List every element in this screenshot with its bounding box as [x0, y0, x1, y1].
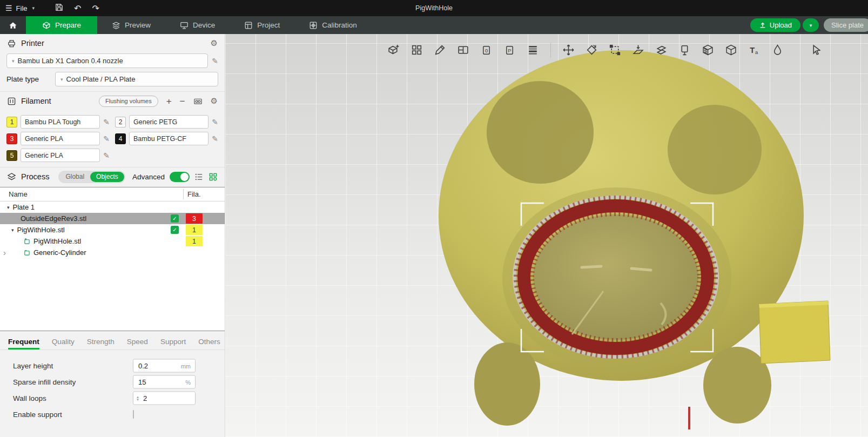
tree-row-part[interactable]: Generic-Cylinder [0, 247, 225, 258]
enable-support-checkbox[interactable] [133, 410, 134, 419]
filament-cell[interactable]: 3 [186, 213, 203, 224]
redo-icon[interactable]: ↷ [92, 3, 99, 14]
assembly-icon[interactable] [723, 42, 739, 58]
text-icon[interactable]: Ta [746, 42, 763, 58]
infill-density-input[interactable]: 15 % [133, 375, 196, 389]
filament-name[interactable]: Bambu PETG-CF [129, 132, 208, 145]
3d-viewport[interactable]: 0 P Ta [225, 34, 868, 437]
param-tabs: Frequent Quality Strength Speed Support … [0, 333, 225, 350]
param-search-icon[interactable] [208, 172, 218, 181]
edit-filament-icon[interactable]: ✎ [212, 135, 218, 143]
filament-icon [7, 97, 16, 106]
edit-printer-icon[interactable]: ✎ [212, 57, 218, 65]
scene-canvas[interactable] [225, 34, 868, 437]
filament-name[interactable]: Bambu PLA Tough [21, 115, 100, 129]
filament-name[interactable]: Generic PLA [21, 132, 100, 145]
filament-color-badge[interactable]: 4 [115, 133, 126, 144]
param-list-icon[interactable] [194, 172, 204, 181]
tab-quality[interactable]: Quality [52, 338, 75, 349]
edit-filament-icon[interactable]: ✎ [103, 118, 110, 126]
column-filament: Fila. [187, 190, 201, 198]
expander-icon[interactable]: ▾ [7, 205, 10, 210]
seam-paint-icon[interactable] [769, 42, 786, 58]
move-icon[interactable] [560, 42, 577, 58]
filament-cell[interactable]: 1 [186, 225, 203, 235]
outside-edge-part[interactable] [759, 301, 830, 364]
ams-sync-icon[interactable] [193, 97, 203, 106]
hole-cylinder[interactable] [514, 197, 717, 357]
arrange-icon[interactable] [408, 42, 425, 58]
tree-row-object[interactable]: OutsideEdgeRev3.stl ✓ 3 [0, 213, 225, 224]
upload-dropdown-button[interactable]: ▾ [803, 18, 819, 32]
mesh-boolean-icon[interactable] [699, 42, 716, 58]
hamburger-icon[interactable]: ☰ [5, 4, 12, 12]
tree-row-part[interactable]: PigWithHole.stl 1 [0, 236, 225, 247]
expander-icon[interactable]: ▾ [11, 227, 14, 233]
scope-global[interactable]: Global [59, 172, 90, 182]
chevron-down-icon: ▾ [810, 23, 812, 28]
layer-height-input[interactable]: 0.2 mm [133, 359, 196, 373]
printer-select[interactable]: ▾ Bambu Lab X1 Carbon 0.4 nozzle [6, 53, 208, 68]
rotate-icon[interactable] [583, 42, 600, 58]
param-wall-loops: Wall loops ▴ ▾ 2 [0, 390, 225, 406]
flushing-volumes-button[interactable]: Flushing volumes [99, 96, 158, 107]
upload-button[interactable]: Upload [750, 18, 800, 32]
svg-text:a: a [755, 49, 758, 55]
support-paint-icon[interactable] [676, 42, 693, 58]
tree-row-object[interactable]: ▾ PigWithHole.stl ✓ 1 [0, 224, 225, 236]
filament-color-badge[interactable]: 2 [115, 117, 126, 127]
edit-filament-icon[interactable]: ✎ [103, 151, 110, 160]
cut-icon[interactable] [653, 42, 670, 58]
filament-color-badge[interactable]: 5 [6, 150, 17, 161]
panel-collapse-icon[interactable]: › [3, 248, 6, 257]
visibility-checkbox[interactable]: ✓ [171, 214, 179, 223]
copy-icon[interactable]: 0 [478, 42, 495, 58]
tab-preview[interactable]: Preview [97, 16, 165, 34]
column-name: Name [0, 190, 28, 198]
tab-strength[interactable]: Strength [87, 338, 115, 349]
filament-section-title: Filament [21, 97, 51, 105]
filament-name[interactable]: Generic PLA [21, 149, 100, 162]
advanced-toggle[interactable] [170, 172, 190, 182]
wall-loops-stepper[interactable]: ▴ ▾ 2 [133, 392, 196, 405]
tab-others[interactable]: Others [198, 338, 220, 349]
remove-filament-button[interactable]: − [180, 97, 185, 106]
process-scope-toggle[interactable]: Global Objects [58, 171, 125, 183]
tab-calibration[interactable]: Calibration [294, 16, 372, 34]
edit-filament-icon[interactable]: ✎ [212, 118, 218, 126]
select-plate-icon[interactable] [809, 42, 825, 58]
auto-orient-icon[interactable] [432, 42, 448, 58]
save-project-icon[interactable] [55, 3, 63, 14]
prepare-icon [42, 21, 51, 30]
tree-row-plate[interactable]: ▾ Plate 1 [0, 201, 225, 213]
visibility-checkbox[interactable]: ✓ [171, 226, 179, 234]
place-on-face-icon[interactable] [630, 42, 647, 58]
add-plate-icon[interactable] [385, 42, 402, 58]
variable-layer-height-icon[interactable] [524, 42, 541, 58]
split-objects-icon[interactable] [455, 42, 472, 58]
filament-color-badge[interactable]: 3 [6, 133, 17, 144]
tab-project[interactable]: Project [230, 16, 294, 34]
filament-cell[interactable]: 1 [186, 236, 203, 246]
slice-plate-button[interactable]: Slice plate [824, 18, 868, 32]
undo-icon[interactable]: ↶ [74, 3, 81, 14]
spin-down-icon[interactable]: ▾ [137, 398, 139, 400]
home-button[interactable] [0, 16, 26, 34]
scope-objects[interactable]: Objects [90, 172, 124, 182]
printer-settings-gear-icon[interactable]: ⚙ [211, 38, 218, 48]
scale-icon[interactable] [607, 42, 623, 58]
filament-name[interactable]: Generic PETG [129, 115, 208, 129]
edit-filament-icon[interactable]: ✎ [103, 135, 110, 143]
plate-type-select[interactable]: ▾ Cool Plate / PLA Plate [55, 72, 218, 86]
chevron-down-icon[interactable]: ▾ [32, 5, 35, 11]
tab-frequent[interactable]: Frequent [8, 338, 39, 349]
tab-support[interactable]: Support [160, 338, 186, 349]
tab-device[interactable]: Device [165, 16, 230, 34]
paste-icon[interactable]: P [501, 42, 518, 58]
file-menu[interactable]: File [16, 4, 28, 12]
tab-prepare[interactable]: Prepare [26, 16, 97, 34]
add-filament-button[interactable]: + [166, 97, 172, 106]
filament-color-badge[interactable]: 1 [6, 117, 17, 127]
filament-settings-gear-icon[interactable]: ⚙ [211, 96, 218, 106]
tab-speed[interactable]: Speed [127, 338, 148, 349]
